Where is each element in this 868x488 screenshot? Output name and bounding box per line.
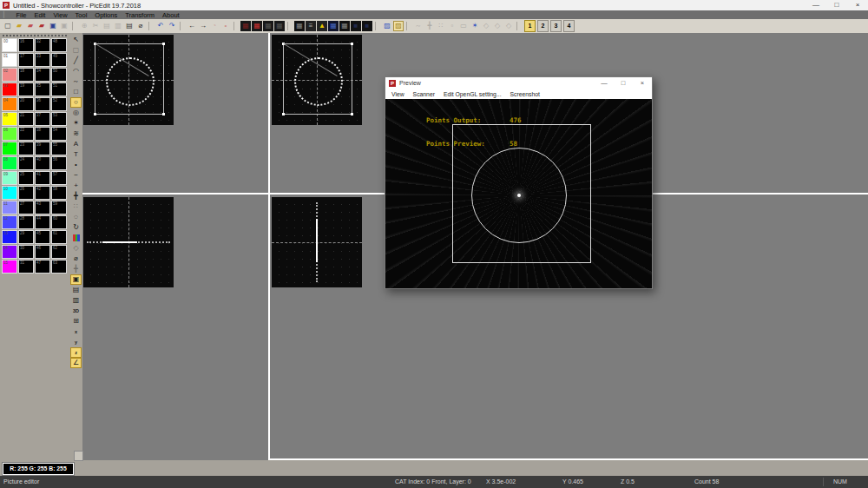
star-tool[interactable]: ✶ — [70, 118, 82, 129]
palette-cell-33[interactable]: 33 — [35, 53, 50, 67]
redo-icon[interactable]: ↷ — [167, 21, 177, 31]
palette-cell-12[interactable]: 12 — [2, 215, 17, 229]
open-show-icon[interactable]: ▰ — [25, 21, 36, 31]
viewport-perspective[interactable] — [272, 35, 362, 125]
palette-cell-01[interactable]: 01 — [2, 53, 17, 67]
palette-cell-53[interactable]: 53 — [51, 112, 67, 126]
palette-cell-42[interactable]: 42 — [35, 186, 50, 200]
zoom-tool[interactable]: ⌀ — [70, 254, 82, 264]
palette-cell-24[interactable]: 24 — [18, 156, 34, 170]
page-button-3[interactable]: 3 — [550, 20, 562, 32]
palette-cell-37[interactable]: 37 — [35, 112, 50, 126]
palette-cell-09[interactable]: 09 — [2, 171, 17, 185]
palette-cell-05[interactable]: 05 — [2, 112, 17, 126]
effect-star-icon[interactable]: ✶ — [470, 21, 480, 31]
preview-close-button[interactable]: × — [633, 77, 652, 89]
angle-tool[interactable]: ∠ — [70, 358, 82, 368]
palette-cell-47[interactable]: 47 — [35, 260, 50, 274]
pan-tool[interactable]: ◇ — [70, 243, 82, 254]
grid-tool[interactable]: ⊞ — [70, 316, 82, 326]
palette-cell-59[interactable]: 59 — [51, 201, 67, 214]
palette-cell-50[interactable]: 50 — [51, 68, 67, 82]
palette-cell-31[interactable]: 31 — [18, 260, 34, 274]
open-frame-icon[interactable]: ▰ — [36, 21, 47, 31]
palette-cell-13[interactable]: 13 — [2, 230, 17, 244]
palette-cell-28[interactable]: 28 — [18, 215, 34, 229]
palette-drag-handle[interactable] — [3, 35, 67, 36]
preview-restore-button[interactable]: □ — [614, 77, 633, 89]
preview-menu-edit-opengl-setting[interactable]: Edit OpenGL setting... — [444, 91, 502, 97]
palette-cell-19[interactable]: 19 — [18, 82, 34, 96]
menu-view[interactable]: View — [53, 11, 67, 19]
palette-cell-63[interactable]: 63 — [51, 260, 67, 274]
close-button[interactable]: × — [847, 0, 868, 10]
page-button-1[interactable]: 1 — [524, 20, 536, 32]
copy-frame-tool[interactable]: ▤ — [70, 285, 82, 295]
palette-cell-18[interactable]: 18 — [18, 68, 34, 82]
palette-cell-17[interactable]: 17 — [18, 53, 34, 67]
palette-cell-15[interactable]: 15 — [2, 260, 17, 274]
palette-cell-22[interactable]: 22 — [18, 127, 34, 141]
palette-cell-49[interactable]: 49 — [51, 53, 67, 67]
palette-cell-08[interactable]: 08 — [2, 156, 17, 170]
palette-cell-54[interactable]: 54 — [51, 127, 67, 141]
palette-cell-32[interactable]: 32 — [35, 38, 50, 52]
palette-cell-41[interactable]: 41 — [35, 171, 50, 185]
page-button-2[interactable]: 2 — [537, 20, 549, 32]
palette-cell-60[interactable]: 60 — [51, 215, 67, 229]
preview-menu-screenshot[interactable]: Screenshot — [510, 91, 540, 97]
laser-output-3-icon[interactable]: ▦ — [263, 21, 273, 31]
mirror-z-tool[interactable]: z — [70, 347, 82, 358]
color-picker-tool[interactable] — [70, 233, 82, 243]
monitor-icon[interactable]: ▦ — [339, 21, 350, 31]
anchor-icon[interactable]: ╋ — [424, 21, 435, 31]
palette-cell-35[interactable]: 35 — [35, 82, 50, 96]
preview-minimize-button[interactable]: — — [595, 77, 614, 89]
transform-2-icon[interactable]: ◇ — [492, 21, 503, 31]
palette-cell-02[interactable]: 02 — [2, 68, 17, 82]
palette-cell-51[interactable]: 51 — [51, 82, 67, 96]
circle-tool[interactable]: ○ — [70, 97, 82, 108]
menu-edit[interactable]: Edit — [34, 11, 45, 19]
menu-transform[interactable]: Transform — [125, 11, 155, 19]
laser-output-4-icon[interactable]: ▦ — [274, 21, 285, 31]
arc-tool[interactable]: ◠ — [70, 66, 82, 76]
palette-cell-26[interactable]: 26 — [18, 186, 34, 200]
laser-output-2-icon[interactable]: ▦ — [252, 21, 262, 31]
snap-tool[interactable]: ╋ — [70, 264, 82, 274]
transform-3-icon[interactable]: ◇ — [503, 21, 514, 31]
preview-canvas[interactable]: Points Output:476 Points Preview:58 — [385, 99, 652, 288]
prev-frame-icon[interactable]: ← — [187, 21, 197, 31]
scatter-icon[interactable]: ∷ — [436, 21, 446, 31]
text-tool[interactable]: T — [70, 149, 82, 160]
print-icon[interactable]: ▤ — [124, 21, 135, 31]
new-file-icon[interactable]: ▢ — [3, 21, 13, 31]
hatch-yellow-icon[interactable]: ▨ — [393, 21, 404, 31]
attach-icon[interactable]: ⊕ — [79, 21, 89, 31]
rectangle-tool[interactable]: □ — [70, 87, 82, 97]
menu-tool[interactable]: Tool — [76, 11, 88, 19]
palette-cell-25[interactable]: 25 — [18, 171, 34, 185]
viewport-side[interactable] — [272, 197, 362, 287]
palette-cell-14[interactable]: 14 — [2, 245, 17, 259]
palette-cell-48[interactable]: 48 — [51, 38, 67, 52]
wave-tool[interactable]: ≋ — [70, 129, 82, 139]
palette-cell-57[interactable]: 57 — [51, 171, 67, 185]
cut-icon[interactable]: ✂ — [90, 21, 101, 31]
palette-cell-61[interactable]: 61 — [51, 230, 67, 244]
palette-cell-29[interactable]: 29 — [18, 230, 34, 244]
viewport-top[interactable] — [83, 197, 174, 287]
delete-point-tool[interactable]: − — [70, 170, 82, 181]
palette-cell-58[interactable]: 58 — [51, 186, 67, 200]
menu-about[interactable]: About — [162, 11, 180, 19]
point-tool[interactable]: • — [70, 160, 82, 170]
palette-cell-38[interactable]: 38 — [35, 127, 50, 141]
add-point-tool[interactable]: + — [70, 181, 82, 191]
timeline-icon[interactable]: ≡ — [306, 21, 316, 31]
blank-screen-2-icon[interactable]: ■ — [362, 21, 372, 31]
mirror-x-tool[interactable]: x — [70, 326, 82, 337]
preview-menu-view[interactable]: View — [391, 91, 404, 97]
print-preview-icon[interactable]: ⌀ — [135, 21, 146, 31]
ellipse-tool[interactable]: ◎ — [70, 108, 82, 118]
text-outline-tool[interactable]: A — [70, 139, 82, 149]
